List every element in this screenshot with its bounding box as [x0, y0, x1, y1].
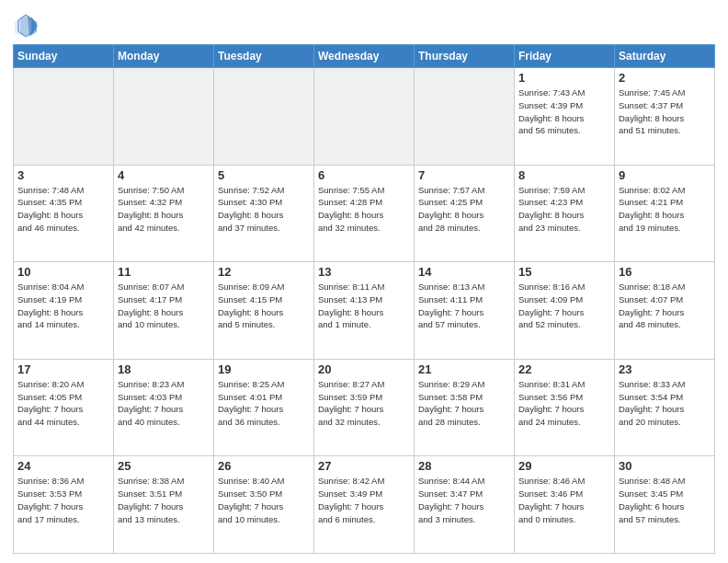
- day-number: 29: [518, 459, 610, 473]
- day-number: 2: [619, 71, 711, 85]
- day-info: Sunrise: 8:36 AMSunset: 3:53 PMDaylight:…: [17, 475, 109, 525]
- day-info: Sunrise: 8:38 AMSunset: 3:51 PMDaylight:…: [118, 475, 210, 525]
- calendar-cell: 14Sunrise: 8:13 AMSunset: 4:11 PMDayligh…: [415, 262, 515, 360]
- day-number: 22: [518, 362, 610, 376]
- page: SundayMondayTuesdayWednesdayThursdayFrid…: [0, 0, 728, 563]
- day-number: 14: [418, 265, 510, 279]
- calendar-cell: 29Sunrise: 8:46 AMSunset: 3:46 PMDayligh…: [515, 456, 615, 554]
- day-number: 16: [619, 265, 711, 279]
- day-info: Sunrise: 7:50 AMSunset: 4:32 PMDaylight:…: [118, 184, 210, 235]
- calendar-cell: 30Sunrise: 8:48 AMSunset: 3:45 PMDayligh…: [615, 456, 715, 554]
- day-info: Sunrise: 8:48 AMSunset: 3:45 PMDaylight:…: [619, 475, 711, 525]
- calendar-cell: 19Sunrise: 8:25 AMSunset: 4:01 PMDayligh…: [214, 359, 314, 456]
- calendar-cell: 24Sunrise: 8:36 AMSunset: 3:53 PMDayligh…: [14, 456, 114, 554]
- calendar-week-1: 1Sunrise: 7:43 AMSunset: 4:39 PMDaylight…: [14, 68, 715, 166]
- day-info: Sunrise: 8:46 AMSunset: 3:46 PMDaylight:…: [518, 475, 610, 525]
- day-number: 30: [619, 459, 711, 473]
- day-number: 18: [118, 362, 210, 376]
- calendar-cell: 28Sunrise: 8:44 AMSunset: 3:47 PMDayligh…: [415, 456, 515, 554]
- day-number: 26: [218, 459, 310, 473]
- day-number: 20: [318, 362, 410, 376]
- calendar-cell: 7Sunrise: 7:57 AMSunset: 4:25 PMDaylight…: [415, 165, 515, 262]
- calendar-cell: 12Sunrise: 8:09 AMSunset: 4:15 PMDayligh…: [214, 262, 314, 360]
- day-info: Sunrise: 7:52 AMSunset: 4:30 PMDaylight:…: [218, 184, 310, 235]
- day-info: Sunrise: 8:42 AMSunset: 3:49 PMDaylight:…: [318, 475, 410, 525]
- day-number: 23: [619, 362, 711, 376]
- day-info: Sunrise: 8:18 AMSunset: 4:07 PMDaylight:…: [619, 281, 711, 331]
- calendar-cell: 25Sunrise: 8:38 AMSunset: 3:51 PMDayligh…: [114, 456, 214, 554]
- day-info: Sunrise: 8:40 AMSunset: 3:50 PMDaylight:…: [218, 475, 310, 525]
- calendar-cell: 11Sunrise: 8:07 AMSunset: 4:17 PMDayligh…: [114, 262, 214, 360]
- day-number: 6: [318, 168, 410, 182]
- day-info: Sunrise: 8:02 AMSunset: 4:21 PMDaylight:…: [619, 184, 711, 235]
- calendar-cell: 8Sunrise: 7:59 AMSunset: 4:23 PMDaylight…: [515, 165, 615, 262]
- day-info: Sunrise: 8:44 AMSunset: 3:47 PMDaylight:…: [418, 475, 510, 525]
- day-number: 9: [619, 168, 711, 182]
- calendar-cell: 2Sunrise: 7:45 AMSunset: 4:37 PMDaylight…: [615, 68, 715, 166]
- calendar-cell: 16Sunrise: 8:18 AMSunset: 4:07 PMDayligh…: [615, 262, 715, 360]
- day-number: 3: [17, 168, 109, 182]
- calendar-cell: [214, 68, 314, 166]
- day-info: Sunrise: 8:29 AMSunset: 3:58 PMDaylight:…: [418, 378, 510, 429]
- day-number: 12: [218, 265, 310, 279]
- day-number: 7: [418, 168, 510, 182]
- day-number: 8: [518, 168, 610, 182]
- day-info: Sunrise: 7:57 AMSunset: 4:25 PMDaylight:…: [418, 184, 510, 235]
- calendar-cell: 18Sunrise: 8:23 AMSunset: 4:03 PMDayligh…: [114, 359, 214, 456]
- calendar-cell: 23Sunrise: 8:33 AMSunset: 3:54 PMDayligh…: [615, 359, 715, 456]
- day-number: 11: [118, 265, 210, 279]
- day-number: 10: [17, 265, 109, 279]
- calendar-cell: 10Sunrise: 8:04 AMSunset: 4:19 PMDayligh…: [14, 262, 114, 360]
- day-info: Sunrise: 7:55 AMSunset: 4:28 PMDaylight:…: [318, 184, 410, 235]
- logo-icon: [13, 13, 39, 39]
- day-number: 17: [17, 362, 109, 376]
- calendar-cell: 5Sunrise: 7:52 AMSunset: 4:30 PMDaylight…: [214, 165, 314, 262]
- day-number: 21: [418, 362, 510, 376]
- calendar-cell: [314, 68, 415, 166]
- day-info: Sunrise: 7:59 AMSunset: 4:23 PMDaylight:…: [518, 184, 610, 235]
- day-number: 19: [218, 362, 310, 376]
- calendar-cell: [114, 68, 214, 166]
- day-number: 28: [418, 459, 510, 473]
- logo: [13, 13, 40, 39]
- calendar-cell: 4Sunrise: 7:50 AMSunset: 4:32 PMDaylight…: [114, 165, 214, 262]
- calendar-week-4: 17Sunrise: 8:20 AMSunset: 4:05 PMDayligh…: [14, 359, 715, 456]
- day-info: Sunrise: 7:43 AMSunset: 4:39 PMDaylight:…: [518, 86, 610, 137]
- calendar-cell: 21Sunrise: 8:29 AMSunset: 3:58 PMDayligh…: [415, 359, 515, 456]
- day-number: 15: [518, 265, 610, 279]
- calendar-cell: 17Sunrise: 8:20 AMSunset: 4:05 PMDayligh…: [14, 359, 114, 456]
- day-header-saturday: Saturday: [615, 45, 715, 68]
- calendar-week-2: 3Sunrise: 7:48 AMSunset: 4:35 PMDaylight…: [14, 165, 715, 262]
- calendar-cell: [415, 68, 515, 166]
- day-header-friday: Friday: [515, 45, 615, 68]
- day-number: 1: [518, 71, 610, 85]
- day-header-thursday: Thursday: [415, 45, 515, 68]
- day-info: Sunrise: 8:23 AMSunset: 4:03 PMDaylight:…: [118, 378, 210, 429]
- calendar-cell: 13Sunrise: 8:11 AMSunset: 4:13 PMDayligh…: [314, 262, 415, 360]
- day-number: 27: [318, 459, 410, 473]
- calendar-cell: 3Sunrise: 7:48 AMSunset: 4:35 PMDaylight…: [14, 165, 114, 262]
- calendar-cell: 15Sunrise: 8:16 AMSunset: 4:09 PMDayligh…: [515, 262, 615, 360]
- day-header-wednesday: Wednesday: [314, 45, 415, 68]
- day-header-sunday: Sunday: [14, 45, 114, 68]
- day-number: 13: [318, 265, 410, 279]
- calendar-cell: 27Sunrise: 8:42 AMSunset: 3:49 PMDayligh…: [314, 456, 415, 554]
- calendar-cell: 20Sunrise: 8:27 AMSunset: 3:59 PMDayligh…: [314, 359, 415, 456]
- day-info: Sunrise: 8:20 AMSunset: 4:05 PMDaylight:…: [17, 378, 109, 429]
- day-info: Sunrise: 7:45 AMSunset: 4:37 PMDaylight:…: [619, 86, 711, 137]
- day-info: Sunrise: 8:16 AMSunset: 4:09 PMDaylight:…: [518, 281, 610, 331]
- header: [13, 9, 715, 39]
- calendar-cell: [14, 68, 114, 166]
- day-info: Sunrise: 8:11 AMSunset: 4:13 PMDaylight:…: [318, 281, 410, 331]
- day-header-tuesday: Tuesday: [214, 45, 314, 68]
- calendar-cell: 26Sunrise: 8:40 AMSunset: 3:50 PMDayligh…: [214, 456, 314, 554]
- day-info: Sunrise: 8:09 AMSunset: 4:15 PMDaylight:…: [218, 281, 310, 331]
- calendar-cell: 1Sunrise: 7:43 AMSunset: 4:39 PMDaylight…: [515, 68, 615, 166]
- day-info: Sunrise: 8:33 AMSunset: 3:54 PMDaylight:…: [619, 378, 711, 429]
- calendar: SundayMondayTuesdayWednesdayThursdayFrid…: [13, 44, 715, 554]
- day-info: Sunrise: 8:13 AMSunset: 4:11 PMDaylight:…: [418, 281, 510, 331]
- calendar-cell: 9Sunrise: 8:02 AMSunset: 4:21 PMDaylight…: [615, 165, 715, 262]
- day-info: Sunrise: 7:48 AMSunset: 4:35 PMDaylight:…: [17, 184, 109, 235]
- day-info: Sunrise: 8:31 AMSunset: 3:56 PMDaylight:…: [518, 378, 610, 429]
- calendar-header-row: SundayMondayTuesdayWednesdayThursdayFrid…: [14, 45, 715, 68]
